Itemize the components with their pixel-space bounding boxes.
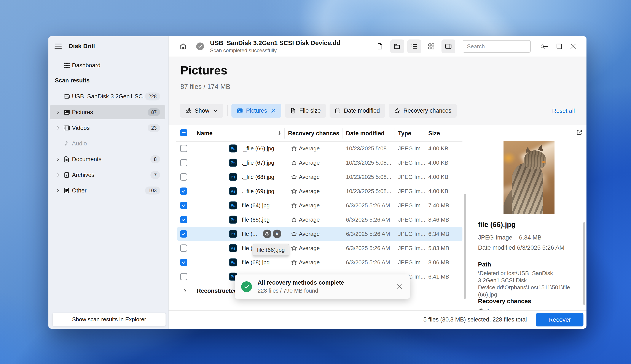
- select-all-checkbox[interactable]: [180, 129, 187, 136]
- column-header-name[interactable]: Name: [197, 130, 213, 136]
- table-row[interactable]: Ps file (65).jpg Average 6/3/2025 5:26 A…: [177, 212, 463, 227]
- page-title: Pictures: [180, 64, 227, 77]
- sidebar-item-usb-device[interactable]: USB SanDisk 3.2Gen1 SCS... 228: [50, 89, 165, 104]
- show-in-explorer-button[interactable]: Show scan results in Explorer: [53, 313, 166, 326]
- scan-complete-check-icon: [196, 42, 204, 50]
- file-count-badge: 103: [145, 187, 160, 194]
- sidebar-item-other[interactable]: Other 103: [50, 184, 165, 198]
- row-checkbox[interactable]: [180, 273, 187, 280]
- titlebar: USB SanDisk 3.2Gen1 SCSI Disk Device.dd …: [168, 36, 586, 56]
- sidebar-item-label: Audio: [72, 140, 87, 147]
- table-scrollbar[interactable]: [464, 194, 466, 299]
- path-value: \Deleted or lost\USB SanDisk 3.2Gen1 SCS…: [478, 270, 573, 298]
- maximize-button[interactable]: [552, 40, 566, 53]
- pictures-filter-chip[interactable]: Pictures: [232, 104, 282, 118]
- row-checkbox[interactable]: [180, 216, 187, 223]
- column-header-size[interactable]: Size: [428, 130, 440, 136]
- column-divider[interactable]: [394, 128, 395, 138]
- column-divider[interactable]: [342, 128, 343, 138]
- row-checkbox[interactable]: [180, 244, 187, 252]
- file-size-filter-chip[interactable]: File size: [285, 104, 326, 118]
- reconstructed-label: Reconstructed (: [197, 288, 241, 294]
- remove-filter-icon[interactable]: [271, 108, 276, 114]
- sidebar-item-label: Pictures: [72, 109, 93, 116]
- hamburger-menu-icon[interactable]: [55, 43, 62, 49]
- column-divider[interactable]: [284, 128, 285, 138]
- preview-file-meta: JPEG Image – 6.34 MB: [478, 234, 542, 241]
- toast-close-icon[interactable]: [396, 284, 403, 290]
- file-type-value: JPEG Im...: [398, 231, 425, 237]
- column-header-date-modified[interactable]: Date modified: [346, 130, 385, 136]
- chevron-right-icon[interactable]: [56, 126, 60, 130]
- table-row[interactable]: Ps ._file (68).jpg Average 10/23/2025 5:…: [177, 170, 463, 184]
- view-toolbar: [373, 40, 455, 53]
- column-header-recovery-chances[interactable]: Recovery chances: [288, 130, 339, 136]
- file-view-button[interactable]: [373, 40, 387, 53]
- row-checkbox[interactable]: [180, 173, 187, 180]
- sidebar-item-pictures[interactable]: Pictures 87: [50, 105, 165, 119]
- date-modified-value: 6/3/2025 5:26 AM: [346, 216, 390, 223]
- recover-button[interactable]: Recover: [536, 313, 583, 326]
- reset-all-link[interactable]: Reset all: [552, 108, 575, 114]
- table-row[interactable]: Ps file ( Average 6/3/2025 5:26 AM JPEG …: [177, 241, 463, 255]
- grid-view-button[interactable]: [425, 40, 438, 53]
- picture-icon: [237, 108, 243, 114]
- sort-descending-icon[interactable]: [277, 130, 282, 136]
- audio-icon: [63, 140, 70, 147]
- row-checkbox[interactable]: [180, 145, 187, 152]
- sidebar-header: Disk Drill: [48, 41, 168, 51]
- date-modified-value: 6/3/2025 5:26 AM: [346, 202, 390, 209]
- preview-image[interactable]: [504, 141, 554, 214]
- column-header-type[interactable]: Type: [398, 130, 411, 136]
- row-checkbox[interactable]: [180, 259, 187, 266]
- folder-view-button[interactable]: [390, 40, 404, 53]
- archives-icon: [63, 172, 70, 178]
- show-filter-button[interactable]: Show: [180, 104, 223, 118]
- preview-panel-toggle-button[interactable]: [442, 40, 455, 53]
- file-count-badge: 7: [150, 171, 160, 179]
- search-input[interactable]: [463, 43, 540, 50]
- sidebar-item-archives[interactable]: Archives 7: [50, 168, 165, 182]
- photoshop-file-icon: Ps: [229, 216, 237, 224]
- table-row[interactable]: Ps ._file (69).jpg Average 10/23/2025 5:…: [177, 184, 463, 198]
- date-modified-value: 10/23/2025 5:08...: [346, 160, 391, 166]
- scan-results-section-label: Scan results: [55, 77, 90, 84]
- minimize-button[interactable]: [538, 40, 552, 53]
- file-name: file (68).jpg: [242, 259, 270, 266]
- file-size-value: 8.06 MB: [428, 259, 449, 266]
- file-size-value: 8.46 MB: [428, 216, 449, 223]
- table-row[interactable]: Ps ._file (66).jpg Average 10/23/2025 5:…: [177, 141, 463, 156]
- chevron-right-icon[interactable]: [56, 110, 60, 114]
- table-row[interactable]: Ps file (68).jpg Average 6/3/2025 5:26 A…: [177, 255, 463, 270]
- success-check-icon: [241, 281, 252, 292]
- panel-scrollbar[interactable]: [583, 222, 585, 305]
- home-icon[interactable]: [179, 42, 187, 50]
- chevron-right-icon[interactable]: [56, 188, 60, 193]
- preview-eye-icon[interactable]: [263, 230, 271, 238]
- disk-drive-icon: [63, 93, 70, 100]
- table-row[interactable]: Ps ._file (67).jpg Average 10/23/2025 5:…: [177, 156, 463, 170]
- row-checkbox[interactable]: [180, 202, 187, 209]
- table-row[interactable]: Ps file (64).jpg Average 6/3/2025 5:26 A…: [177, 198, 463, 212]
- hex-view-icon[interactable]: #: [273, 230, 281, 238]
- photoshop-file-icon: Ps: [229, 144, 237, 152]
- sidebar-item-documents[interactable]: Documents 8: [50, 152, 165, 166]
- row-checkbox[interactable]: [180, 159, 187, 166]
- column-divider[interactable]: [425, 128, 425, 138]
- file-name: file (64).jpg: [242, 202, 270, 209]
- recovery-star-icon: [291, 160, 297, 166]
- list-view-button[interactable]: [407, 40, 421, 53]
- date-modified-filter-chip[interactable]: Date modified: [330, 104, 385, 118]
- open-external-icon[interactable]: [576, 129, 583, 136]
- sidebar-item-dashboard[interactable]: Dashboard: [50, 59, 165, 72]
- search-box: [463, 40, 531, 53]
- close-button[interactable]: [566, 40, 580, 53]
- chevron-right-icon[interactable]: [183, 289, 187, 293]
- table-row[interactable]: Ps file (... #: [177, 227, 463, 241]
- chevron-right-icon[interactable]: [56, 173, 60, 177]
- row-checkbox[interactable]: [180, 230, 187, 238]
- row-checkbox[interactable]: [180, 188, 187, 195]
- chevron-right-icon[interactable]: [56, 157, 60, 162]
- sidebar-item-videos[interactable]: Videos 23: [50, 121, 165, 135]
- recovery-chances-filter-chip[interactable]: Recovery chances: [389, 104, 457, 118]
